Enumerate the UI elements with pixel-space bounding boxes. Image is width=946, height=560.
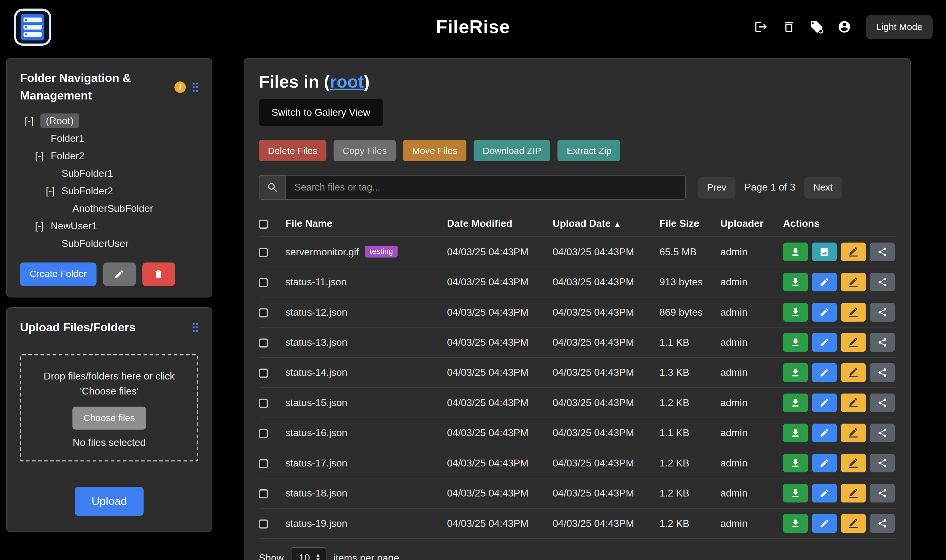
account-button[interactable] (832, 15, 856, 39)
trash-button[interactable] (777, 15, 801, 39)
drag-handle-icon[interactable] (192, 82, 198, 92)
download-zip-button[interactable]: Download ZIP (474, 140, 551, 161)
share-button[interactable] (870, 303, 895, 322)
upload-button[interactable]: Upload (75, 487, 144, 516)
row-checkbox[interactable] (259, 278, 268, 287)
download-button[interactable] (783, 363, 808, 382)
file-name[interactable]: status-17.json (285, 457, 347, 468)
rename-button[interactable] (841, 333, 866, 352)
create-folder-button[interactable]: Create Folder (20, 262, 96, 286)
row-checkbox[interactable] (259, 369, 268, 378)
rename-button[interactable] (841, 424, 866, 442)
row-checkbox[interactable] (259, 399, 268, 408)
share-button[interactable] (870, 454, 895, 472)
select-all-checkbox[interactable] (259, 220, 268, 229)
share-button[interactable] (870, 243, 895, 261)
download-button[interactable] (783, 514, 808, 533)
tree-label[interactable]: SubFolderUser (62, 237, 129, 248)
items-per-page-select[interactable]: 10 ▲▼ (291, 547, 326, 560)
rename-button[interactable] (841, 514, 866, 533)
preview-button[interactable] (812, 243, 837, 261)
file-name[interactable]: status-12.json (285, 306, 347, 317)
rename-folder-button[interactable] (103, 262, 135, 286)
tree-toggle[interactable]: [-] (35, 217, 51, 234)
column-header-upload-date[interactable]: Upload Date ▲ (553, 218, 660, 229)
tree-label[interactable]: (Root) (40, 113, 79, 128)
search-input[interactable] (285, 175, 686, 200)
info-icon[interactable]: i (174, 82, 186, 93)
column-header-uploader[interactable]: Uploader (720, 218, 783, 229)
drag-handle-icon[interactable] (192, 322, 198, 332)
rename-button[interactable] (841, 454, 866, 472)
file-name[interactable]: status-16.json (285, 427, 347, 438)
download-button[interactable] (783, 454, 808, 472)
edit-button[interactable] (812, 273, 837, 292)
edit-button[interactable] (812, 424, 837, 442)
download-button[interactable] (783, 424, 808, 442)
row-checkbox[interactable] (259, 338, 268, 348)
light-mode-button[interactable]: Light Mode (866, 15, 932, 39)
column-header-date-modified[interactable]: Date Modified (447, 218, 552, 229)
rename-button[interactable] (841, 303, 866, 322)
rename-button[interactable] (841, 273, 866, 292)
tree-item-anothersubfolder[interactable]: AnotherSubFolder (20, 199, 198, 217)
download-button[interactable] (783, 303, 808, 322)
row-checkbox[interactable] (259, 459, 268, 468)
tree-label[interactable]: Folder1 (51, 132, 85, 143)
copy-files-button[interactable]: Copy Files (334, 140, 396, 161)
tree-label[interactable]: AnotherSubFolder (72, 202, 153, 213)
share-button[interactable] (870, 363, 895, 382)
share-button[interactable] (870, 424, 895, 442)
edit-button[interactable] (812, 363, 837, 382)
rename-button[interactable] (841, 484, 866, 503)
next-page-button[interactable]: Next (804, 177, 841, 198)
tree-item-subfolder1[interactable]: SubFolder1 (20, 165, 198, 182)
file-name[interactable]: status-13.json (285, 337, 347, 348)
download-button[interactable] (783, 273, 808, 292)
rename-button[interactable] (841, 393, 866, 412)
download-button[interactable] (783, 243, 808, 261)
tree-label[interactable]: Folder2 (51, 150, 85, 161)
tag-badge[interactable]: testing (365, 246, 398, 258)
tree-toggle[interactable]: [-] (46, 182, 62, 199)
column-header-file-size[interactable]: File Size (660, 218, 720, 229)
tree-item-newuser1[interactable]: [-]NewUser1 (20, 217, 198, 234)
edit-button[interactable] (812, 484, 837, 503)
row-checkbox[interactable] (259, 308, 268, 317)
file-dropzone[interactable]: Drop files/folders here or click 'Choose… (20, 354, 198, 462)
edit-button[interactable] (812, 333, 837, 352)
share-button[interactable] (870, 393, 895, 412)
rename-button[interactable] (841, 363, 866, 382)
row-checkbox[interactable] (259, 429, 268, 438)
tree-item-folder2[interactable]: [-]Folder2 (20, 147, 198, 165)
move-files-button[interactable]: Move Files (403, 140, 466, 161)
download-button[interactable] (783, 484, 808, 503)
file-name[interactable]: servermonitor.gif (285, 246, 359, 257)
prev-page-button[interactable]: Prev (698, 177, 735, 198)
tree-item-subfolderuser[interactable]: SubFolderUser (20, 234, 198, 252)
tree-item-root[interactable]: [-](Root) (20, 112, 198, 129)
share-button[interactable] (870, 273, 895, 292)
row-checkbox[interactable] (259, 489, 268, 498)
tree-toggle[interactable]: [-] (35, 147, 51, 165)
delete-files-button[interactable]: Delete Files (259, 140, 326, 161)
tree-item-folder1[interactable]: Folder1 (20, 129, 198, 147)
download-button[interactable] (783, 333, 808, 352)
extract-zip-button[interactable]: Extract Zip (558, 140, 621, 161)
tags-button[interactable] (804, 15, 828, 39)
tree-label[interactable]: SubFolder2 (62, 185, 113, 196)
edit-button[interactable] (812, 393, 837, 412)
rename-button[interactable] (841, 243, 866, 261)
download-button[interactable] (783, 393, 808, 412)
file-name[interactable]: status-19.json (285, 518, 347, 529)
tree-label[interactable]: SubFolder1 (62, 168, 113, 178)
row-checkbox[interactable] (259, 248, 268, 257)
file-name[interactable]: status-11.json (285, 276, 347, 287)
edit-button[interactable] (812, 303, 837, 322)
filerise-logo-icon[interactable] (13, 8, 52, 46)
file-name[interactable]: status-15.json (285, 397, 347, 408)
column-header-file-name[interactable]: File Name (285, 218, 447, 229)
choose-files-button[interactable]: Choose files (72, 407, 146, 429)
file-name[interactable]: status-14.json (285, 367, 347, 378)
row-checkbox[interactable] (259, 520, 268, 529)
